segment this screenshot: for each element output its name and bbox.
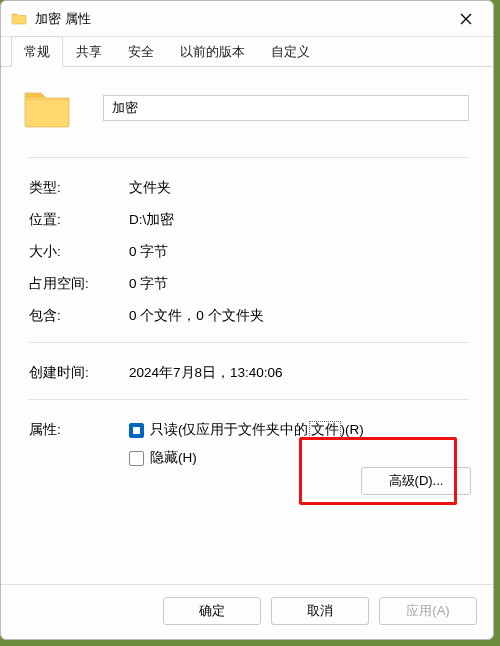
row-type: 类型: 文件夹	[29, 172, 469, 204]
row-size: 大小: 0 字节	[29, 236, 469, 268]
tab-general[interactable]: 常规	[11, 36, 63, 67]
ok-button[interactable]: 确定	[163, 597, 261, 625]
apply-button[interactable]: 应用(A)	[379, 597, 477, 625]
checkbox-readonly[interactable]: 只读(仅应用于文件夹中的文件)(R)	[129, 421, 469, 439]
label-attributes: 属性:	[29, 421, 129, 439]
value-size-on-disk: 0 字节	[129, 275, 469, 293]
label-contains: 包含:	[29, 307, 129, 325]
separator	[29, 399, 469, 400]
row-attributes: 属性: 只读(仅应用于文件夹中的文件)(R) 隐藏(H)	[29, 414, 469, 474]
tab-security[interactable]: 安全	[115, 36, 167, 66]
header-row	[29, 87, 469, 129]
label-size-on-disk: 占用空间:	[29, 275, 129, 293]
row-location: 位置: D:\加密	[29, 204, 469, 236]
hidden-label: 隐藏(H)	[150, 449, 197, 467]
advanced-button[interactable]: 高级(D)...	[361, 467, 471, 495]
label-type: 类型:	[29, 179, 129, 197]
folder-small-icon	[11, 11, 27, 27]
readonly-label: 只读(仅应用于文件夹中的文件)(R)	[150, 421, 364, 439]
close-icon	[460, 13, 472, 25]
checkbox-empty-icon	[129, 451, 144, 466]
titlebar: 加密 属性	[1, 1, 493, 37]
value-created: 2024年7月8日，13:40:06	[129, 364, 469, 382]
row-size-on-disk: 占用空间: 0 字节	[29, 268, 469, 300]
row-contains: 包含: 0 个文件，0 个文件夹	[29, 300, 469, 332]
row-created: 创建时间: 2024年7月8日，13:40:06	[29, 357, 469, 389]
tab-strip: 常规 共享 安全 以前的版本 自定义	[1, 37, 493, 67]
value-type: 文件夹	[129, 179, 469, 197]
properties-dialog: 加密 属性 常规 共享 安全 以前的版本 自定义 类型	[0, 0, 494, 640]
tab-customize[interactable]: 自定义	[258, 36, 323, 66]
cancel-button[interactable]: 取消	[271, 597, 369, 625]
folder-name-input[interactable]	[103, 95, 469, 121]
label-location: 位置:	[29, 211, 129, 229]
dialog-footer: 确定 取消 应用(A)	[1, 584, 493, 639]
label-created: 创建时间:	[29, 364, 129, 382]
tab-previous-versions[interactable]: 以前的版本	[167, 36, 258, 66]
checkbox-hidden[interactable]: 隐藏(H)	[129, 449, 469, 467]
value-location: D:\加密	[129, 211, 469, 229]
tab-content-general: 类型: 文件夹 位置: D:\加密 大小: 0 字节 占用空间: 0 字节 包含…	[1, 67, 493, 584]
title-text: 加密 属性	[35, 10, 91, 28]
label-size: 大小:	[29, 243, 129, 261]
checkbox-indeterminate-icon	[129, 423, 144, 438]
tab-sharing[interactable]: 共享	[63, 36, 115, 66]
value-size: 0 字节	[129, 243, 469, 261]
separator	[29, 342, 469, 343]
folder-large-icon	[23, 87, 71, 129]
separator	[29, 157, 469, 158]
value-contains: 0 个文件，0 个文件夹	[129, 307, 469, 325]
close-button[interactable]	[443, 4, 489, 34]
